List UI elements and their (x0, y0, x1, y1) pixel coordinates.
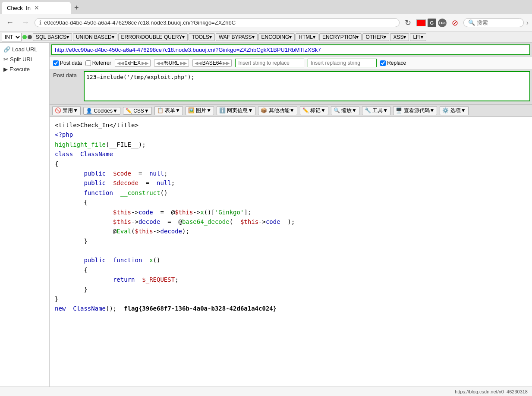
cn-flag (416, 19, 426, 26)
disable-btn[interactable]: 🚫 禁用▼ (52, 106, 81, 115)
form-btn[interactable]: 📋 表单▼ (154, 106, 183, 115)
execute-label: Execute (9, 66, 30, 72)
load-url-label: Load URL (12, 46, 38, 53)
base64-arrow-left: ◀◀ (195, 60, 201, 66)
tools-firebug-btn[interactable]: 🔧 工具▼ (362, 106, 390, 115)
union-based-btn[interactable]: UNION BASED▾ (73, 33, 117, 41)
options-bar: Post data Referrer ◀◀ 0xHEX ▶▶ ◀◀ %URL ▶… (50, 57, 532, 69)
view-source-btn[interactable]: 🖥️ 查看源代码▼ (393, 106, 437, 115)
post-data-label: Post data (50, 69, 82, 81)
url-arrow-right: ▶▶ (180, 60, 187, 66)
waf-bypass-btn[interactable]: WAF BYPASS▾ (216, 33, 258, 41)
execute-icon: ▶ (3, 66, 8, 72)
block-button[interactable]: ⊘ (449, 17, 461, 28)
load-url-button[interactable]: 🔗 Load URL (0, 44, 49, 54)
search-bar[interactable]: 🔍 (463, 18, 524, 27)
options-firebug-btn[interactable]: ⚙️ 选项▼ (440, 106, 468, 115)
execute-button[interactable]: ▶ Execute (0, 64, 49, 74)
class-decl: class (55, 151, 73, 157)
post-data-checkbox[interactable] (53, 60, 59, 66)
new-line: new (55, 305, 66, 312)
status-bar: https://blog.csdn.net/n0_46230318 (0, 387, 532, 396)
post-data-option-label: Post data (60, 60, 82, 66)
new-tab-button[interactable]: + (71, 3, 82, 13)
replace-checkbox-label[interactable]: Replace (380, 60, 406, 66)
base64-arrow-right: ▶▶ (223, 60, 230, 66)
lfi-btn[interactable]: LFI▾ (410, 33, 426, 41)
referrer-checkbox[interactable] (85, 60, 91, 66)
replace-string-input[interactable] (235, 59, 304, 67)
split-url-icon: ✂ (3, 56, 8, 63)
tab-close-button[interactable]: ✕ (34, 4, 39, 11)
mark-btn[interactable]: ✏️ 标记▼ (300, 106, 328, 115)
split-url-label: Split URL (10, 56, 34, 63)
status-text: https://blog.csdn.net/n0_46230318 (455, 389, 528, 394)
hex-encode-group: ◀◀ 0xHEX ▶▶ (115, 59, 151, 67)
post-data-textarea[interactable]: 123=include('/tmp/exploit.php'); (84, 71, 530, 101)
back-button[interactable]: ← (3, 17, 16, 28)
encoding-btn[interactable]: ENCODING▾ (258, 33, 295, 41)
hex-arrow-right: ▶▶ (142, 60, 148, 66)
sql-basics-btn[interactable]: SQL BASICS▾ (33, 33, 72, 41)
search-icon: 🔍 (468, 19, 475, 26)
post-data-checkbox-label[interactable]: Post data (53, 60, 82, 66)
tab-title: Check_In (7, 5, 31, 11)
load-url-icon: 🔗 (3, 46, 10, 53)
zoom-btn[interactable]: 🔍 缩放▼ (331, 106, 359, 115)
code-content: <title>Check_In</title> <?php highlight_… (55, 120, 527, 314)
status-dot-dark (28, 35, 32, 39)
post-textarea-wrap: 123=include('/tmp/exploit.php'); (82, 69, 532, 104)
encryption-btn[interactable]: ENCRYPTION▾ (319, 33, 362, 41)
main-toolbar: INT SQL BASICS▾ UNION BASED▾ ERROR/DOUBL… (0, 32, 532, 43)
url-field[interactable] (55, 47, 527, 53)
category-select[interactable]: INT (2, 33, 22, 41)
other-functions-btn[interactable]: 📦 其他功能▼ (258, 106, 297, 115)
images-btn[interactable]: 🖼️ 图片▼ (186, 106, 214, 115)
extension-g: G (428, 19, 436, 27)
main-area: Post data Referrer ◀◀ 0xHEX ▶▶ ◀◀ %URL ▶… (50, 43, 532, 387)
post-data-row: Post data 123=include('/tmp/exploit.php'… (50, 69, 532, 104)
split-url-button[interactable]: ✂ Split URL (0, 54, 49, 64)
info-icon: ℹ (39, 19, 41, 26)
php-open: <?php (55, 131, 73, 138)
side-panel: 🔗 Load URL ✂ Split URL ▶ Execute (0, 43, 50, 387)
cookies-btn[interactable]: 👤 Cookies▼ (83, 107, 120, 115)
address-input[interactable] (44, 19, 395, 26)
status-dot-green (22, 35, 27, 39)
hex-arrow-left: ◀◀ (117, 60, 124, 66)
referrer-option-label: Referrer (92, 60, 111, 66)
replace-checkbox[interactable] (380, 60, 386, 66)
pageinfo-btn[interactable]: ℹ️ 网页信息▼ (217, 106, 255, 115)
highlight-line: highlight_file (55, 141, 106, 148)
search-input[interactable] (477, 19, 519, 26)
error-double-btn[interactable]: ERROR/DOUBLE QUERY▾ (118, 33, 188, 41)
css-btn[interactable]: ✏️ CSS▼ (123, 107, 152, 115)
base64-label: BASE64 (202, 60, 222, 66)
tab-bar: Check_In ✕ + (0, 0, 532, 14)
content-area: 🔗 Load URL ✂ Split URL ▶ Execute (0, 43, 532, 387)
bottom-toolbar: 🚫 禁用▼ 👤 Cookies▼ ✏️ CSS▼ 📋 表单▼ 🖼️ 图片▼ ℹ️… (50, 104, 532, 117)
replace-option-label: Replace (387, 60, 406, 66)
nav-expand-icon: › (526, 19, 529, 27)
url-bar[interactable] (51, 44, 530, 55)
address-bar[interactable]: ℹ (35, 18, 400, 27)
replacing-string-input[interactable] (308, 59, 377, 67)
url-label: %URL (164, 60, 179, 66)
extension-lua: Lua (438, 19, 447, 27)
url-encode-group: ◀◀ %URL ▶▶ (154, 59, 189, 67)
xss-btn[interactable]: XSS▾ (390, 33, 409, 41)
flag-value: flag{396e68f7-136b-4a0a-b328-42d6a1a4c02… (124, 305, 277, 312)
nav-bar: ← → ℹ ↻ G Lua ⊘ 🔍 › (0, 14, 532, 32)
tools-btn[interactable]: TOOLS▾ (189, 33, 214, 41)
hex-label: 0xHEX (125, 60, 141, 66)
browser-tab[interactable]: Check_In ✕ (2, 2, 71, 14)
other-btn[interactable]: OTHER▾ (362, 33, 389, 41)
referrer-checkbox-label[interactable]: Referrer (85, 60, 111, 66)
base64-encode-group: ◀◀ BASE64 ▶▶ (192, 59, 232, 67)
code-area: <title>Check_In</title> <?php highlight_… (50, 117, 532, 387)
title-tag: <title>Check_In</title> (55, 122, 139, 129)
refresh-button[interactable]: ↻ (402, 17, 414, 28)
forward-button[interactable]: → (19, 17, 32, 28)
html-btn[interactable]: HTML▾ (296, 33, 318, 41)
url-arrow-left: ◀◀ (156, 60, 163, 66)
